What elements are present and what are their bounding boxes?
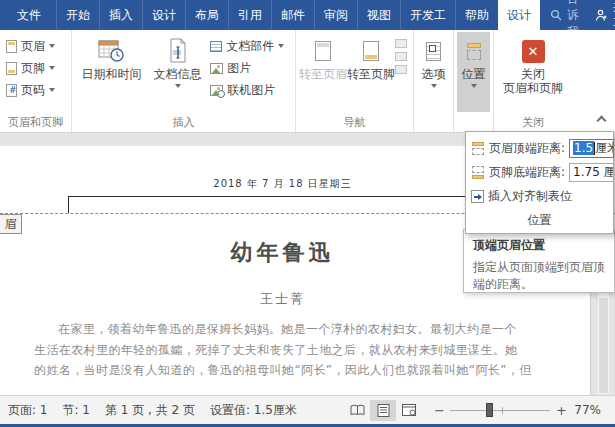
zoom-slider-track	[450, 410, 550, 411]
group-label-header-footer: 页眉和页脚	[3, 115, 68, 132]
online-picture-button[interactable]: 联机图片	[207, 79, 292, 101]
tooltip-title: 顶端页眉位置	[473, 237, 605, 254]
group-label-close: 关闭	[497, 115, 569, 132]
position-icon	[465, 35, 483, 67]
read-mode-icon	[350, 404, 365, 416]
chevron-down-icon	[278, 44, 284, 48]
tab-mailings[interactable]: 邮件	[271, 0, 314, 30]
tab-references[interactable]: 引用	[228, 0, 271, 30]
options-label: 选项	[422, 67, 446, 81]
word-window: 文件 开始 插入 设计 布局 引用 邮件 审阅 视图 开发工 帮助 设计 告诉我…	[0, 0, 615, 427]
group-position: 位置	[454, 30, 494, 132]
zoom-slider-thumb[interactable]	[486, 403, 493, 417]
group-insert: 日期和时间 文档信息 文档部件	[72, 30, 296, 132]
tab-home[interactable]: 开始	[56, 0, 99, 30]
status-bar: 页面: 1 节: 1 第 1 页 , 共 2 页 设置值: 1.5厘米 −	[0, 395, 615, 427]
print-layout-icon	[377, 404, 390, 417]
close-label-line2: 页眉和页脚	[503, 81, 563, 95]
page-number-icon	[6, 84, 17, 97]
title-bar: 文件 开始 插入 设计 布局 引用 邮件 审阅 视图 开发工 帮助 设计 告诉我…	[0, 0, 615, 30]
tab-layout[interactable]: 布局	[185, 0, 228, 30]
online-picture-label: 联机图片	[227, 82, 275, 99]
goto-footer-button[interactable]: 转至页脚	[347, 32, 395, 81]
zoom-out-button[interactable]: −	[432, 403, 446, 418]
tab-file[interactable]: 文件	[8, 0, 50, 30]
tab-review[interactable]: 审阅	[314, 0, 357, 30]
close-header-footer-button[interactable]: ✕ 关闭 页眉和页脚	[497, 32, 569, 95]
tooltip-body: 指定从页面顶端到页眉顶端的距离。	[473, 259, 605, 293]
calendar-clock-icon	[98, 35, 124, 67]
link-previous-icon	[395, 39, 407, 48]
body-line: 的姓名，当时是没有人知道的，鲁迅的祖母叫她“阿长”，因此人们也就跟着叫她“阿长”…	[34, 360, 533, 381]
body-line: 在家里，领着幼年鲁迅的是保姆长妈妈。她是一个淳朴的农村妇女。最初大约是一个	[34, 319, 533, 340]
tab-developer[interactable]: 开发工	[400, 0, 455, 30]
status-page[interactable]: 页面: 1	[8, 402, 48, 419]
web-layout-button[interactable]	[396, 400, 422, 421]
group-options: 选项	[414, 30, 454, 132]
chevron-down-icon	[175, 84, 181, 88]
print-layout-button[interactable]	[370, 400, 396, 421]
goto-header-button: 转至页眉	[299, 32, 347, 81]
chevron-down-icon	[49, 88, 55, 92]
tab-help[interactable]: 帮助	[455, 0, 498, 30]
tab-insert[interactable]: 插入	[99, 0, 142, 30]
status-page-count[interactable]: 第 1 页 , 共 2 页	[105, 402, 195, 419]
collapse-ribbon-icon[interactable]	[597, 116, 607, 126]
page-number-label: 页码	[21, 82, 45, 99]
chevron-down-icon	[49, 44, 55, 48]
header-underline-tick	[68, 196, 69, 213]
body-line: 生活在农村里的年轻的孤孀，死掉了丈夫和丧失了土地之后，就从农村来到城里谋生。她	[34, 340, 533, 361]
footer-button[interactable]: 页脚	[3, 57, 58, 79]
tooltip: 顶端页眉位置 指定从页面顶端到页眉顶端的距离。	[463, 229, 615, 293]
zoom-in-button[interactable]: +	[554, 403, 568, 418]
tab-view[interactable]: 视图	[357, 0, 400, 30]
status-setting-value: 设置值: 1.5厘米	[210, 402, 297, 419]
header-icon	[6, 40, 17, 53]
header-distance-input[interactable]: 1.5 厘米	[569, 139, 614, 158]
page-number-button[interactable]: 页码	[3, 79, 58, 101]
zoom-slider[interactable]	[450, 400, 550, 420]
goto-footer-label: 转至页脚	[347, 67, 395, 81]
header-from-top-icon	[471, 142, 485, 155]
options-icon	[426, 35, 441, 67]
next-section-icon	[395, 52, 407, 61]
tab-hf-design-active[interactable]: 设计	[498, 0, 540, 30]
zoom-slider-center-tick	[502, 407, 503, 414]
group-header-footer: 页眉 页脚 页码 页眉和页脚	[0, 30, 72, 132]
footer-distance-label: 页脚底端距离:	[489, 164, 565, 181]
footer-distance-input[interactable]: 1.75 厘米	[569, 163, 614, 182]
quick-parts-button[interactable]: 文档部件	[207, 35, 292, 57]
group-close: ✕ 关闭 页眉和页脚 关闭	[494, 30, 572, 132]
zoom-level[interactable]: 77%	[574, 403, 601, 417]
goto-footer-icon	[363, 35, 379, 67]
doc-info-button[interactable]: 文档信息	[148, 32, 207, 88]
position-label: 位置	[462, 67, 486, 81]
person-icon	[595, 9, 608, 22]
close-icon: ✕	[522, 35, 545, 67]
footer-from-bottom-icon	[471, 166, 485, 179]
picture-label: 图片	[227, 60, 251, 77]
status-section[interactable]: 节: 1	[63, 402, 91, 419]
options-button[interactable]: 选项	[417, 32, 450, 88]
chevron-down-icon	[471, 84, 477, 88]
scrollbar-thumb[interactable]	[599, 298, 608, 393]
doc-info-label: 文档信息	[154, 67, 202, 81]
web-layout-icon	[402, 404, 416, 416]
datetime-label: 日期和时间	[81, 67, 141, 81]
position-button[interactable]: 位置	[457, 32, 490, 112]
tell-me[interactable]: 告诉我	[550, 0, 579, 30]
unit-text: 厘米	[595, 140, 614, 157]
goto-header-label: 转至页眉	[299, 67, 347, 81]
header-button[interactable]: 页眉	[3, 35, 58, 57]
share-button[interactable]: 共享	[595, 0, 615, 30]
group-label-navigation: 导航	[299, 115, 410, 132]
goto-header-icon	[315, 35, 331, 67]
tab-design[interactable]: 设计	[142, 0, 185, 30]
datetime-button[interactable]: 日期和时间	[75, 32, 148, 81]
header-label: 页眉	[21, 38, 45, 55]
group-label-insert: 插入	[75, 115, 292, 132]
group-navigation: 转至页眉 转至页脚 导航	[296, 30, 414, 132]
read-mode-button[interactable]	[344, 400, 370, 421]
picture-button[interactable]: 图片	[207, 57, 292, 79]
insert-alignment-tab-item[interactable]: 插入对齐制表位	[466, 184, 613, 208]
